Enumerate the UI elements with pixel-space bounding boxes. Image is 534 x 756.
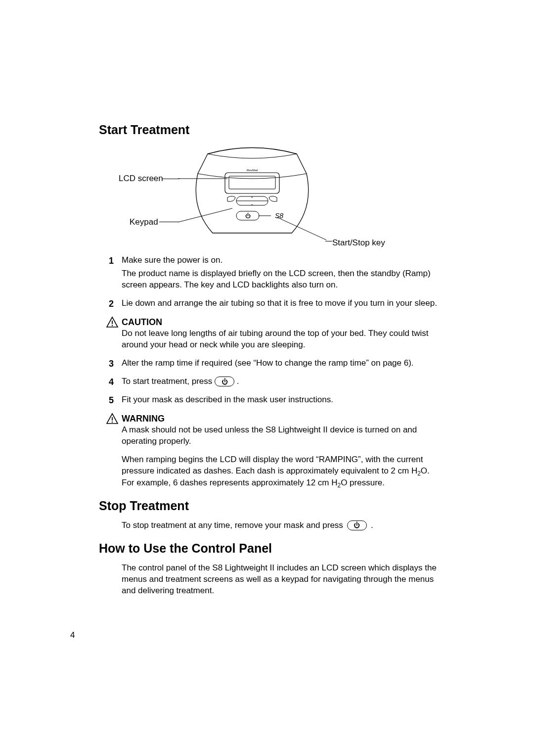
- svg-text:⌃: ⌃: [250, 196, 254, 201]
- stop-text-post: .: [371, 520, 373, 531]
- ramping-paragraph: When ramping begins the LCD will display…: [122, 454, 440, 490]
- step-body: Alter the ramp time if required (see “Ho…: [122, 358, 414, 368]
- svg-text:⏻: ⏻: [245, 213, 251, 219]
- step-2: 2 Lie down and arrange the air tubing so…: [109, 298, 440, 309]
- heading-control-panel: How to Use the Control Panel: [99, 541, 440, 556]
- manual-page: Start Treatment LCD screen Keypad Start/…: [99, 123, 440, 600]
- power-button-icon: ⏻: [215, 377, 234, 386]
- caution-icon: [106, 316, 119, 329]
- stop-text-pre: To stop treatment at any time, remove yo…: [122, 520, 343, 531]
- step-number: 5: [109, 394, 114, 406]
- steps-list-cont: 3 Alter the ramp time if required (see “…: [109, 358, 440, 406]
- step-number: 2: [109, 298, 114, 310]
- step-4: 4 To start treatment, press ⏻ .: [109, 376, 440, 387]
- step-5: 5 Fit your mask as described in the mask…: [109, 394, 440, 406]
- control-panel-paragraph: The control panel of the S8 Lightweight …: [122, 563, 440, 597]
- step-number: 3: [109, 358, 114, 370]
- step-body: Lie down and arrange the air tubing so t…: [122, 298, 437, 308]
- heading-stop-treatment: Stop Treatment: [99, 499, 440, 513]
- callout-startstop: Start/Stop key: [332, 238, 385, 248]
- stop-paragraph: To stop treatment at any time, remove yo…: [122, 520, 440, 531]
- caution-title: CAUTION: [122, 316, 440, 328]
- leader-line: [325, 241, 332, 241]
- ramp-text-post: O pressure.: [341, 478, 385, 487]
- step-number: 4: [109, 376, 114, 388]
- step-body-pre: To start treatment, press: [122, 377, 212, 386]
- ramp-text-pre: When ramping begins the LCD will display…: [122, 455, 423, 475]
- page-number: 4: [70, 630, 75, 640]
- svg-point-12: [112, 325, 113, 326]
- warning-block: WARNING A mask should not be used unless…: [109, 413, 440, 447]
- leader-line: [159, 222, 179, 222]
- steps-list: 1 Make sure the power is on. The product…: [109, 255, 440, 309]
- warning-body: A mask should not be used unless the S8 …: [122, 425, 440, 447]
- svg-rect-0: [225, 173, 279, 193]
- step-body: The product name is displayed briefly on…: [122, 268, 440, 291]
- warning-title: WARNING: [122, 413, 440, 425]
- warning-icon: [106, 413, 119, 425]
- step-body: Fit your mask as described in the mask u…: [122, 395, 333, 404]
- svg-point-14: [112, 422, 113, 423]
- device-figure: LCD screen Keypad Start/Stop key ResMed …: [99, 144, 440, 248]
- svg-text:⌄: ⌄: [250, 201, 254, 206]
- step-number: 1: [109, 255, 114, 267]
- caution-body: Do not leave long lengths of air tubing …: [122, 328, 440, 351]
- caution-block: CAUTION Do not leave long lengths of air…: [109, 316, 440, 351]
- callout-keypad: Keypad: [130, 217, 158, 227]
- power-button-icon: ⏻: [347, 520, 367, 530]
- leader-line: [162, 179, 179, 179]
- brand-label: ResMed: [247, 169, 258, 172]
- step-lead: Make sure the power is on.: [122, 255, 222, 265]
- heading-start-treatment: Start Treatment: [99, 123, 440, 137]
- step-1: 1 Make sure the power is on. The product…: [109, 255, 440, 291]
- callout-lcd: LCD screen: [119, 174, 163, 184]
- subscript: 2: [417, 470, 421, 477]
- step-3: 3 Alter the ramp time if required (see “…: [109, 358, 440, 369]
- step-body-post: .: [237, 377, 239, 386]
- svg-line-10: [277, 217, 326, 240]
- svg-line-8: [178, 208, 232, 222]
- device-illustration: ResMed ⌃ ⌄ ⏻ S8: [178, 144, 326, 243]
